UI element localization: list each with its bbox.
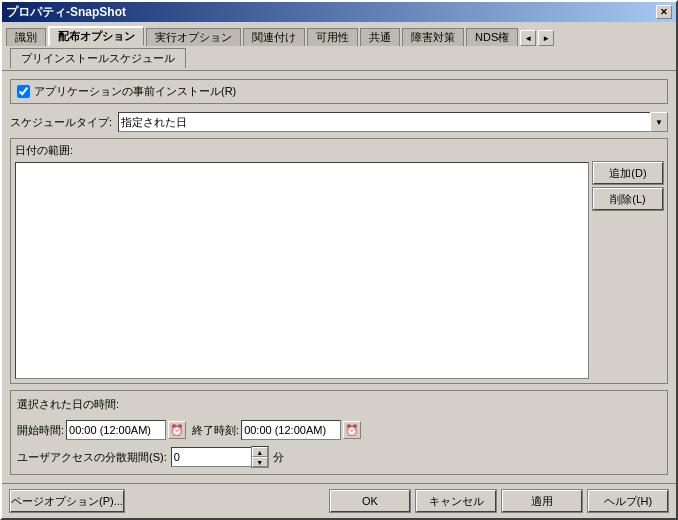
help-button[interactable]: ヘルプ(H) — [588, 490, 668, 512]
end-time-field: 終了時刻: ⏰ — [192, 420, 361, 440]
duration-increment-button[interactable]: ▲ — [252, 447, 268, 457]
duration-label: ユーザアクセスの分散期間(S): — [17, 450, 167, 465]
tab-nds[interactable]: NDS権 — [466, 28, 518, 46]
main-window: プロパティ-SnapShot ✕ 識別 配布オプション 実行オプション 関連付け… — [0, 0, 678, 520]
date-range-buttons: 追加(D) 削除(L) — [593, 162, 663, 379]
title-bar: プロパティ-SnapShot ✕ — [2, 2, 676, 22]
main-content: アプリケーションの事前インストール(R) スケジュールタイプ: 指定された日指定… — [2, 71, 676, 483]
date-range-listbox[interactable] — [15, 162, 589, 379]
tab-next-button[interactable]: ► — [538, 30, 554, 46]
ok-button[interactable]: OK — [330, 490, 410, 512]
schedule-type-label: スケジュールタイプ: — [10, 115, 112, 130]
close-button[interactable]: ✕ — [656, 5, 672, 19]
end-time-label: 終了時刻: — [192, 423, 239, 438]
tab-prev-button[interactable]: ◄ — [520, 30, 536, 46]
title-bar-buttons: ✕ — [656, 5, 672, 19]
schedule-type-select-wrapper: 指定された日指定された曜日毎日ユーザーログイン時 ▼ — [118, 112, 668, 132]
start-time-field: 開始時間: ⏰ — [17, 420, 186, 440]
time-row: 開始時間: ⏰ 終了時刻: ⏰ — [17, 420, 661, 440]
date-range-inner: 追加(D) 削除(L) — [15, 162, 663, 379]
duration-unit: 分 — [273, 450, 284, 465]
add-date-button[interactable]: 追加(D) — [593, 162, 663, 184]
tab-run[interactable]: 実行オプション — [146, 28, 241, 46]
time-section: 選択された日の時間: 開始時間: ⏰ 終了時刻: ⏰ ユーザアクセスの分散期間(… — [10, 390, 668, 475]
duration-input-wrapper: ▲ ▼ — [171, 446, 269, 468]
date-range-group: 日付の範囲: 追加(D) 削除(L) — [10, 138, 668, 384]
preinstall-checkbox[interactable] — [17, 85, 30, 98]
schedule-type-select[interactable]: 指定された日指定された曜日毎日ユーザーログイン時 — [118, 112, 668, 132]
start-time-clock-icon[interactable]: ⏰ — [168, 421, 186, 439]
bottom-bar: ページオプション(P)... OK キャンセル 適用 ヘルプ(H) — [2, 483, 676, 518]
duration-spinner: ▲ ▼ — [251, 446, 269, 468]
time-section-label: 選択された日の時間: — [17, 397, 661, 412]
start-time-input[interactable] — [66, 420, 166, 440]
subtab-preinstall[interactable]: プリインストールスケジュール — [10, 48, 186, 68]
page-options-button[interactable]: ページオプション(P)... — [10, 490, 124, 512]
window-title: プロパティ-SnapShot — [6, 4, 126, 21]
date-range-label: 日付の範囲: — [15, 143, 663, 158]
start-time-label: 開始時間: — [17, 423, 64, 438]
tab-bar: 識別 配布オプション 実行オプション 関連付け 可用性 共通 障害対策 NDS権… — [2, 22, 676, 46]
duration-row: ユーザアクセスの分散期間(S): ▲ ▼ 分 — [17, 446, 661, 468]
preinstall-label: アプリケーションの事前インストール(R) — [34, 84, 236, 99]
schedule-type-row: スケジュールタイプ: 指定された日指定された曜日毎日ユーザーログイン時 ▼ — [10, 112, 668, 132]
duration-decrement-button[interactable]: ▼ — [252, 457, 268, 467]
tab-availability[interactable]: 可用性 — [307, 28, 358, 46]
tab-identify[interactable]: 識別 — [6, 28, 46, 46]
end-time-clock-icon[interactable]: ⏰ — [343, 421, 361, 439]
cancel-button[interactable]: キャンセル — [416, 490, 496, 512]
subtab-bar: プリインストールスケジュール — [2, 46, 676, 71]
tab-associate[interactable]: 関連付け — [243, 28, 305, 46]
duration-input[interactable] — [171, 447, 251, 467]
end-time-input[interactable] — [241, 420, 341, 440]
tab-common[interactable]: 共通 — [360, 28, 400, 46]
delete-date-button[interactable]: 削除(L) — [593, 188, 663, 210]
tab-distribution[interactable]: 配布オプション — [48, 26, 144, 46]
apply-button[interactable]: 適用 — [502, 490, 582, 512]
tab-fault[interactable]: 障害対策 — [402, 28, 464, 46]
preinstall-checkbox-row: アプリケーションの事前インストール(R) — [10, 79, 668, 104]
